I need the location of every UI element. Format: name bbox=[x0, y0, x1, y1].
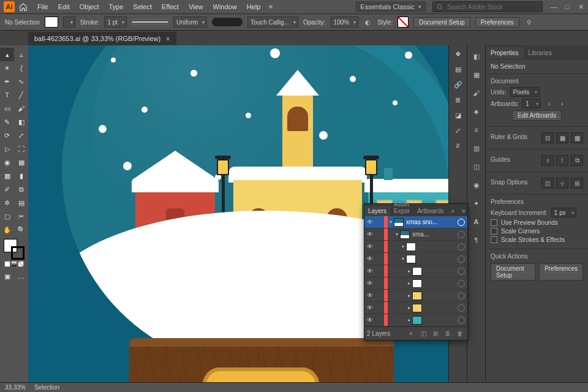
disclosure-icon[interactable]: ▸ bbox=[406, 305, 412, 311]
color-mode-row[interactable] bbox=[4, 261, 24, 267]
asset-export-tab[interactable]: Asset Expor bbox=[390, 199, 413, 216]
layer-row[interactable]: 👁▾xma... bbox=[364, 228, 467, 241]
column-graph-tool[interactable]: ▤ bbox=[14, 196, 28, 209]
line-segment-tool[interactable]: ╱ bbox=[14, 88, 28, 102]
visibility-icon[interactable]: 👁 bbox=[364, 317, 375, 323]
brightness-icon[interactable]: ☀ bbox=[266, 2, 275, 12]
blend-tool[interactable]: ⧉ bbox=[14, 183, 28, 196]
visibility-icon[interactable]: 👁 bbox=[364, 268, 375, 274]
panel-collapse-icon[interactable]: » bbox=[448, 206, 459, 216]
menu-help[interactable]: Help bbox=[243, 1, 265, 12]
tab-properties[interactable]: Properties bbox=[486, 47, 524, 59]
para-panel-icon[interactable]: ¶ bbox=[470, 234, 483, 246]
layer-row[interactable]: 👁▸ bbox=[364, 314, 467, 326]
visibility-icon[interactable]: 👁 bbox=[364, 219, 375, 225]
layer-row[interactable]: 👁▾ bbox=[364, 241, 467, 253]
symbols-panel-icon[interactable]: ♣ bbox=[470, 105, 483, 118]
graphic-styles-panel-icon[interactable]: ✦ bbox=[470, 197, 483, 209]
layer-row[interactable]: 👁▸ bbox=[364, 265, 467, 277]
snap-grid-icon[interactable]: ⊞ bbox=[571, 178, 583, 189]
fill-dropdown[interactable] bbox=[63, 17, 75, 28]
menu-window[interactable]: Window bbox=[209, 1, 241, 12]
keyboard-increment-field[interactable]: 1 px bbox=[551, 208, 576, 217]
stroke-style[interactable]: Uniform bbox=[173, 17, 207, 28]
shape-builder-tool[interactable]: ◉ bbox=[0, 156, 14, 169]
artboard-next-icon[interactable]: › bbox=[557, 99, 567, 108]
ruler-icon[interactable]: ⊟ bbox=[541, 132, 554, 143]
layers-tab[interactable]: Layers bbox=[364, 206, 390, 216]
appearance-panel-icon[interactable]: ◉ bbox=[470, 179, 483, 191]
visibility-icon[interactable]: 👁 bbox=[364, 292, 375, 299]
window-close-icon[interactable]: ✕ bbox=[577, 3, 584, 10]
rectangle-tool[interactable]: ▭ bbox=[0, 102, 14, 115]
align-dock-icon[interactable]: ≣ bbox=[455, 96, 461, 104]
visibility-icon[interactable]: 👁 bbox=[364, 231, 375, 238]
stroke-panel-icon[interactable]: ≡ bbox=[470, 124, 483, 136]
window-minimize-icon[interactable]: — bbox=[550, 3, 557, 10]
make-clipping-mask-icon[interactable]: ◫ bbox=[418, 329, 428, 339]
perspective-grid-tool[interactable]: ▦ bbox=[14, 156, 28, 169]
visibility-icon[interactable]: 👁 bbox=[364, 255, 375, 262]
target-icon[interactable] bbox=[458, 219, 465, 226]
document-tab[interactable]: ball-4623653.ai @ 33,33% (RGB/Preview) ✕ bbox=[28, 32, 176, 45]
layer-row[interactable]: 👁▸ bbox=[364, 277, 467, 290]
fill-stroke-swatch[interactable] bbox=[4, 239, 24, 260]
lasso-tool[interactable]: ⟅ bbox=[14, 61, 28, 75]
fill-swatch[interactable] bbox=[45, 17, 58, 28]
use-preview-bounds-checkbox[interactable]: Use Preview Bounds bbox=[491, 219, 583, 226]
scale-tool[interactable]: ⤢ bbox=[14, 129, 28, 142]
layer-row[interactable]: 👁▸ bbox=[364, 302, 467, 314]
menu-type[interactable]: Type bbox=[105, 1, 128, 12]
target-icon[interactable] bbox=[458, 255, 465, 263]
close-tab-icon[interactable]: ✕ bbox=[165, 36, 170, 42]
disclosure-icon[interactable]: ▸ bbox=[406, 293, 412, 298]
transparency-panel-icon[interactable]: ◫ bbox=[470, 160, 483, 173]
screen-mode-tool[interactable]: ▣ bbox=[0, 270, 14, 283]
artboards-field[interactable]: 1 bbox=[522, 99, 541, 108]
visibility-icon[interactable]: 👁 bbox=[364, 280, 375, 287]
shaper-tool[interactable]: ✎ bbox=[0, 115, 14, 129]
transform-dock-icon[interactable]: ⤢ bbox=[455, 127, 461, 135]
artboards-tab[interactable]: Artboards bbox=[413, 206, 447, 216]
disclosure-icon[interactable]: ▸ bbox=[406, 317, 412, 323]
style-swatch[interactable] bbox=[398, 17, 409, 28]
visibility-icon[interactable]: 👁 bbox=[364, 243, 375, 250]
brush-preview[interactable] bbox=[212, 18, 243, 26]
artboard-tool[interactable]: ▢ bbox=[0, 209, 14, 223]
units-field[interactable]: Pixels bbox=[510, 87, 540, 97]
edit-artboards-button[interactable]: Edit Artboards bbox=[512, 110, 562, 121]
pen-tool[interactable]: ✒ bbox=[0, 75, 14, 88]
magic-wand-tool[interactable]: ✴ bbox=[0, 61, 14, 75]
disclosure-icon[interactable]: ▸ bbox=[406, 281, 412, 286]
preferences-button[interactable]: Preferences bbox=[475, 17, 519, 28]
rotate-tool[interactable]: ⟳ bbox=[0, 129, 14, 142]
delete-layer-icon[interactable]: 🗑 bbox=[455, 329, 465, 339]
target-icon[interactable] bbox=[458, 304, 465, 312]
symbol-sprayer-tool[interactable]: ✲ bbox=[0, 196, 14, 209]
artboard-prev-icon[interactable]: ‹ bbox=[545, 99, 554, 108]
qa-document-setup-button[interactable]: Document Setup bbox=[491, 263, 535, 281]
stroke-weight[interactable]: 1 pt bbox=[104, 17, 127, 28]
brush-def[interactable]: Touch Callig... bbox=[247, 17, 298, 28]
snap-point-icon[interactable]: ⊹ bbox=[556, 178, 568, 189]
menu-effect[interactable]: Effect bbox=[157, 1, 183, 12]
layer-name[interactable]: xmas sno... bbox=[406, 219, 455, 225]
layer-row[interactable]: 👁▸ bbox=[364, 290, 467, 302]
disclosure-icon[interactable]: ▾ bbox=[400, 244, 406, 249]
layer-row[interactable]: 👁▾ bbox=[364, 253, 467, 265]
eraser-tool[interactable]: ◧ bbox=[14, 115, 28, 129]
gradient-panel-icon[interactable]: ▥ bbox=[470, 142, 483, 154]
scale-strokes-checkbox[interactable]: Scale Strokes & Effects bbox=[491, 236, 583, 243]
target-icon[interactable] bbox=[458, 243, 465, 251]
char-panel-icon[interactable]: A bbox=[470, 216, 483, 228]
guides-show-icon[interactable]: ♯ bbox=[541, 155, 554, 166]
actions-dock-icon[interactable]: ▤ bbox=[455, 66, 461, 74]
target-icon[interactable] bbox=[458, 268, 465, 275]
mesh-tool[interactable]: ▩ bbox=[0, 169, 14, 183]
layer-name[interactable]: xma... bbox=[412, 231, 455, 238]
layer-row[interactable]: 👁▾xmas sno... bbox=[364, 216, 467, 228]
color-panel-icon[interactable]: ◧ bbox=[470, 50, 483, 62]
tab-libraries[interactable]: Libraries bbox=[524, 47, 557, 59]
zoom-level[interactable]: 33,33% bbox=[5, 384, 26, 391]
hand-tool[interactable]: ✋ bbox=[0, 223, 14, 236]
